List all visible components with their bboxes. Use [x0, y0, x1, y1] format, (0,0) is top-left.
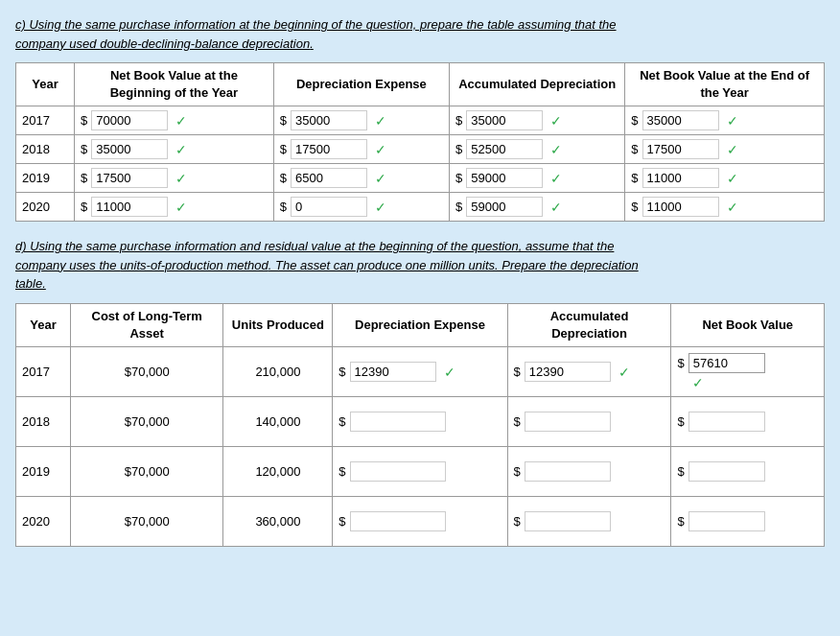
input-nbv-begin-2020[interactable]	[91, 197, 168, 217]
input-nbv-d-2020[interactable]	[688, 511, 765, 531]
input-dep-exp-d-2020[interactable]	[350, 511, 446, 531]
check-icon: ✓	[727, 200, 738, 215]
table-c-row-2018: 2018$✓$✓$✓$✓	[16, 135, 825, 164]
cell-dep-exp-c-2019[interactable]: $✓	[273, 164, 449, 193]
cell-year-d-2017: 2017	[16, 347, 71, 397]
dollar-icon: $	[338, 414, 345, 429]
col-header-nbv-d: Net Book Value	[671, 303, 825, 346]
cell-nbv-end-2018[interactable]: $✓	[625, 135, 825, 164]
col-header-year-d: Year	[16, 303, 71, 346]
input-acc-dep-c-2017[interactable]	[466, 110, 543, 130]
input-dep-exp-c-2018[interactable]	[291, 139, 367, 159]
cell-dep-exp-d-2017[interactable]: $✓	[333, 347, 507, 397]
cell-nbv-d-2019[interactable]: $	[671, 447, 825, 497]
cell-nbv-end-2017[interactable]: $✓	[625, 106, 825, 135]
check-icon: ✓	[444, 365, 455, 380]
cell-dep-exp-d-2019[interactable]: $	[333, 447, 507, 497]
cell-acc-dep-c-2018[interactable]: $✓	[450, 135, 625, 164]
cell-dep-exp-c-2017[interactable]: $✓	[273, 106, 449, 135]
cell-year-c-2018: 2018	[16, 135, 75, 164]
input-acc-dep-d-2018[interactable]	[525, 412, 611, 432]
input-nbv-d-2017[interactable]	[688, 353, 765, 373]
table-c-row-2019: 2019$✓$✓$✓$✓	[16, 164, 825, 193]
cell-dep-exp-d-2018[interactable]: $	[333, 397, 507, 447]
cell-acc-dep-c-2019[interactable]: $✓	[450, 164, 625, 193]
input-nbv-begin-2017[interactable]	[91, 110, 168, 130]
cell-acc-dep-d-2020[interactable]: $	[507, 497, 671, 547]
input-dep-exp-d-2018[interactable]	[350, 412, 446, 432]
dollar-icon: $	[631, 142, 638, 156]
cell-nbv-begin-2019[interactable]: $✓	[75, 164, 274, 193]
input-nbv-begin-2019[interactable]	[91, 168, 168, 188]
dollar-icon: $	[455, 171, 462, 185]
cell-nbv-d-2020[interactable]: $	[671, 497, 825, 547]
cell-year-c-2019: 2019	[16, 164, 75, 193]
check-icon: ✓	[550, 113, 562, 129]
cell-acc-dep-c-2020[interactable]: $✓	[450, 193, 625, 222]
cell-year-c-2017: 2017	[16, 106, 75, 135]
check-icon: ✓	[375, 200, 386, 215]
check-icon: ✓	[727, 142, 738, 157]
check-icon: ✓	[175, 142, 187, 157]
cell-nbv-begin-2020[interactable]: $✓	[75, 193, 274, 222]
table-d-row-2017: 2017$70,000210,000$✓$✓ $ ✓	[16, 347, 825, 397]
section-d-text3: . The asset can produce one million unit…	[268, 258, 639, 272]
input-nbv-end-2019[interactable]	[642, 168, 719, 188]
check-icon: ✓	[375, 171, 386, 186]
check-icon: ✓	[375, 142, 386, 157]
input-dep-exp-c-2020[interactable]	[291, 197, 367, 217]
input-acc-dep-c-2020[interactable]	[466, 197, 543, 217]
cell-dep-exp-c-2020[interactable]: $✓	[273, 193, 449, 222]
input-nbv-d-2019[interactable]	[688, 461, 765, 482]
cell-acc-dep-d-2017[interactable]: $✓	[507, 347, 671, 397]
cell-nbv-end-2019[interactable]: $✓	[625, 164, 825, 193]
cell-dep-exp-d-2020[interactable]: $	[333, 497, 507, 547]
dollar-icon: $	[677, 414, 684, 429]
dollar-icon: $	[514, 414, 521, 429]
dollar-icon: $	[677, 356, 684, 370]
input-nbv-end-2020[interactable]	[642, 197, 719, 217]
dollar-icon: $	[455, 142, 462, 156]
input-acc-dep-d-2017[interactable]	[525, 362, 611, 382]
cell-acc-dep-c-2017[interactable]: $✓	[450, 106, 625, 135]
input-dep-exp-d-2017[interactable]	[350, 362, 436, 382]
input-nbv-end-2017[interactable]	[642, 110, 719, 130]
cell-year-d-2018: 2018	[16, 397, 71, 447]
dollar-icon: $	[280, 142, 287, 156]
check-icon: ✓	[175, 200, 187, 215]
section-d-text: d) Using the same purchase information a…	[15, 237, 825, 294]
cell-nbv-d-2017[interactable]: $ ✓	[671, 347, 825, 397]
input-dep-exp-d-2019[interactable]	[350, 461, 446, 482]
cell-dep-exp-c-2018[interactable]: $✓	[273, 135, 449, 164]
cell-nbv-begin-2017[interactable]: $✓	[75, 106, 274, 135]
input-acc-dep-d-2020[interactable]	[525, 511, 611, 531]
input-nbv-end-2018[interactable]	[642, 139, 719, 159]
check-icon: ✓	[727, 171, 738, 186]
input-nbv-d-2018[interactable]	[688, 412, 765, 432]
input-acc-dep-c-2019[interactable]	[466, 168, 543, 188]
input-dep-exp-c-2017[interactable]	[291, 110, 367, 130]
input-acc-dep-c-2018[interactable]	[466, 139, 543, 159]
dollar-icon: $	[455, 113, 462, 128]
cell-nbv-end-2020[interactable]: $✓	[625, 193, 825, 222]
dollar-icon: $	[338, 464, 345, 479]
input-nbv-begin-2018[interactable]	[91, 139, 168, 159]
cell-acc-dep-d-2019[interactable]: $	[507, 447, 671, 497]
table-d-row-2019: 2019$70,000120,000$$ $	[16, 447, 825, 497]
dollar-icon: $	[280, 171, 287, 185]
cell-cost-d-2017: $70,000	[70, 347, 222, 397]
check-icon: ✓	[550, 200, 562, 215]
dollar-icon: $	[514, 514, 521, 529]
cell-nbv-d-2018[interactable]: $	[671, 397, 825, 447]
col-header-year-c: Year	[16, 63, 75, 106]
dollar-icon: $	[514, 365, 521, 379]
input-dep-exp-c-2019[interactable]	[291, 168, 367, 188]
dollar-icon: $	[631, 113, 638, 128]
cell-acc-dep-d-2018[interactable]: $	[507, 397, 671, 447]
input-acc-dep-d-2019[interactable]	[525, 461, 611, 482]
cell-year-d-2020: 2020	[16, 497, 71, 547]
cell-nbv-begin-2018[interactable]: $✓	[75, 135, 274, 164]
col-header-dep-exp-c: Depreciation Expense	[273, 63, 449, 106]
section-c-underline: double-declining-balance depreciation	[100, 36, 310, 51]
dollar-icon: $	[81, 200, 87, 214]
